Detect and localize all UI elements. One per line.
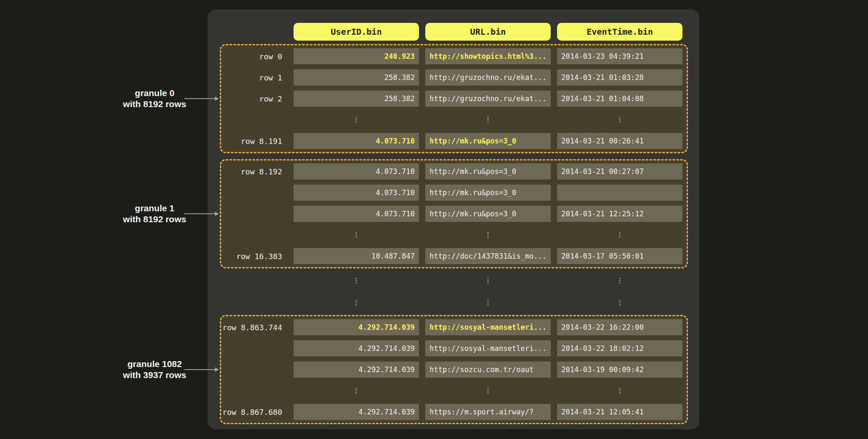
userid-cell: 10.487.847 [294,248,419,264]
column-header-userid: UserID.bin [294,23,419,41]
eventtime-cell: 2014-03-21 12:05:41 [557,404,682,420]
granule-1082-annotation-line1: granule 1082 [102,359,208,370]
granule-0-annotation-line1: granule 0 [102,88,208,99]
granule-1-annotation-line1: granule 1 [102,203,208,214]
ellipsis-row: ⋮ ⋮ ⋮ [221,295,695,311]
ellipsis: ⋮ [425,232,551,238]
eventtime-cell: 2014-03-22 16:22:00 [557,319,682,335]
column-header-url: URL.bin [425,23,551,41]
userid-cell: 240.923 [294,48,419,64]
url-cell: http://sosyal-mansetleri... [425,340,551,356]
userid-cell: 258.382 [294,69,419,86]
ellipsis: ⋮ [425,116,551,123]
userid-cell: 4.292.714.039 [294,362,419,378]
column-headers: UserID.bin URL.bin EventTime.bin [221,23,699,41]
userid-cell: 4.292.714.039 [294,340,419,356]
ellipsis-row: ⋮ ⋮ ⋮ [221,383,682,399]
eventtime-cell: 2014-03-17 05:50:01 [557,248,682,264]
ellipsis: ⋮ [557,387,682,394]
granule-1082-annotation-line2: with 3937 rows [102,370,208,381]
ellipsis: ⋮ [294,387,419,394]
ellipsis: ⋮ [425,299,551,306]
eventtime-cell: 2014-03-23 04:39:21 [557,48,682,64]
ellipsis: ⋮ [294,277,419,284]
url-cell: http://gruzochno.ru/ekat... [425,69,551,86]
url-cell: http://sosyal-mansetleri... [425,319,551,335]
table-row: 4.292.714.039 http://sozcu.com.tr/oaut 2… [221,362,682,378]
eventtime-cell: 2014-03-22 18:02:12 [557,340,682,356]
ellipsis: ⋮ [425,387,551,394]
granule-box-1082: row 8.863.744 4.292.714.039 http://sosya… [220,315,688,424]
row-label: row 8.192 [221,167,287,176]
table-row: row 16.383 10.487.847 http://doc/1437831… [221,248,682,264]
row-label: row 8.867.680 [221,408,287,417]
table-row: row 1 258.382 http://gruzochno.ru/ekat..… [221,69,682,86]
granule-1082-arrow [184,369,215,370]
row-label: row 8.191 [221,137,287,146]
table-row: row 8.192 4.073.710 http://mk.ru&pos=3_0… [221,163,682,179]
userid-cell: 4.073.710 [294,206,419,222]
ellipsis: ⋮ [294,116,419,123]
row-label: row 1 [221,73,287,82]
granule-0-arrow [184,98,215,99]
eventtime-cell [557,185,682,201]
userid-cell: 4.073.710 [294,163,419,179]
eventtime-cell: 2014-03-21 01:03:28 [557,69,682,86]
row-label: row 16.383 [221,252,287,261]
userid-cell: 4.073.710 [294,185,419,201]
ellipsis: ⋮ [557,277,682,284]
eventtime-cell: 2014-03-21 00:27:07 [557,163,682,179]
table-row: row 8.863.744 4.292.714.039 http://sosya… [221,319,682,335]
userid-cell: 4.292.714.039 [294,319,419,335]
table-row: row 0 240.923 http://showtopics.html%3..… [221,48,682,64]
eventtime-cell: 2014-03-21 00:26:41 [557,133,682,149]
column-header-eventtime: EventTime.bin [557,23,682,41]
url-cell: http://showtopics.html%3... [425,48,551,64]
url-cell: http://mk.ru&pos=3_0 [425,163,551,179]
url-cell: https://m.sport.airway/? [425,404,551,420]
granule-1-annotation-line2: with 8192 rows [102,214,208,225]
ellipsis: ⋮ [425,277,551,284]
ellipsis: ⋮ [557,116,682,123]
userid-cell: 4.292.714.039 [294,404,419,420]
table-row: row 2 258.382 http://gruzochno.ru/ekat..… [221,91,682,107]
url-cell: http://gruzochno.ru/ekat... [425,91,551,107]
url-cell: http://mk.ru&pos=3_0 [425,185,551,201]
userid-cell: 258.382 [294,91,419,107]
table-row: row 8.191 4.073.710 http://mk.ru&pos=3_0… [221,133,682,149]
row-label: row 0 [221,52,287,61]
userid-cell: 4.073.710 [294,133,419,149]
ellipsis-row: ⋮ ⋮ ⋮ [221,227,682,243]
row-label: row 2 [221,94,287,103]
ellipsis: ⋮ [557,299,682,306]
granules-diagram: UserID.bin URL.bin EventTime.bin row 0 2… [0,0,868,439]
url-cell: http://mk.ru&pos=3_0 [425,206,551,222]
row-label: row 8.863.744 [221,323,287,332]
eventtime-cell: 2014-03-21 01:04:08 [557,91,682,107]
between-granules-ellipsis: ⋮ ⋮ ⋮ ⋮ ⋮ ⋮ [221,268,699,315]
granule-box-1: row 8.192 4.073.710 http://mk.ru&pos=3_0… [220,159,688,268]
table-row: row 8.867.680 4.292.714.039 https://m.sp… [221,404,682,420]
url-cell: http://doc/1437831&is_mo... [425,248,551,264]
ellipsis: ⋮ [557,232,682,238]
ellipsis: ⋮ [294,299,419,306]
table-row: 4.073.710 http://mk.ru&pos=3_0 [221,185,682,201]
eventtime-cell: 2014-03-21 12:25:12 [557,206,682,222]
granule-box-0: row 0 240.923 http://showtopics.html%3..… [220,44,688,153]
column-files-panel: UserID.bin URL.bin EventTime.bin row 0 2… [208,9,699,429]
ellipsis: ⋮ [294,232,419,238]
url-cell: http://sozcu.com.tr/oaut [425,362,551,378]
ellipsis-row: ⋮ ⋮ ⋮ [221,273,695,289]
ellipsis-row: ⋮ ⋮ ⋮ [221,112,682,128]
url-cell: http://mk.ru&pos=3_0 [425,133,551,149]
table-row: 4.292.714.039 http://sosyal-mansetleri..… [221,340,682,356]
eventtime-cell: 2014-03-19 00:09:42 [557,362,682,378]
granule-1-arrow [184,213,215,214]
table-row: 4.073.710 http://mk.ru&pos=3_0 2014-03-2… [221,206,682,222]
granule-0-annotation-line2: with 8192 rows [102,99,208,110]
